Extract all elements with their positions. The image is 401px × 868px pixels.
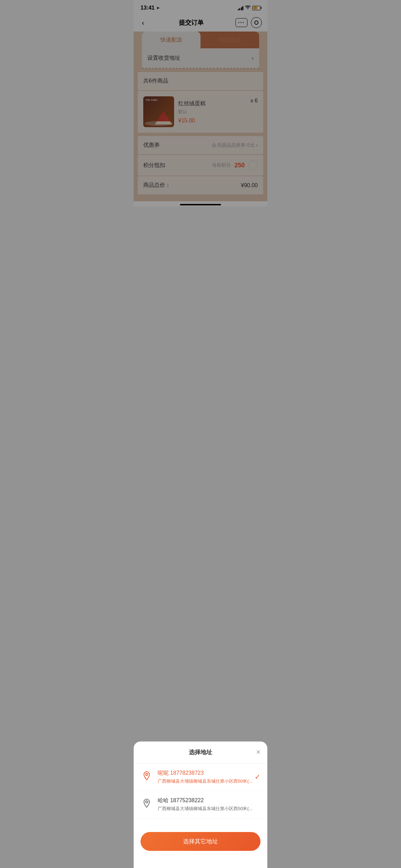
modal-overlay: 选择地址 × 呢呢 18778238723 广西柳城县大埔镇柳城县东城仕第小区西…: [134, 0, 267, 207]
